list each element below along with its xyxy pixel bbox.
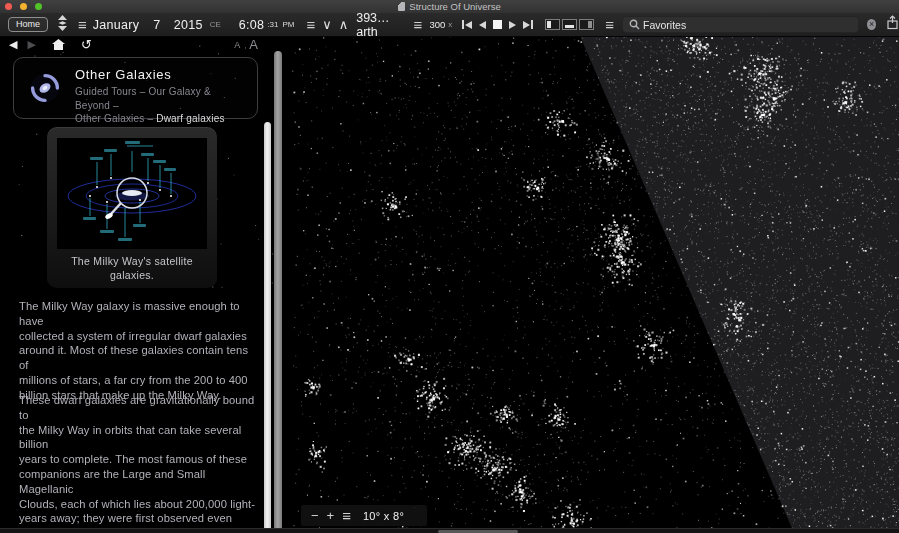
horizontal-scrollbar-track[interactable] [0,528,899,533]
topic-header-card: Other Galaxies Guided Tours – Our Galaxy… [13,57,258,119]
text-scrollbar[interactable] [264,122,271,533]
stop-button[interactable] [493,20,502,29]
time-field[interactable]: 6:08 [239,18,265,32]
fov-value: 10° x 8° [363,510,404,522]
zoom-out-button[interactable]: − [311,509,319,522]
elevation-down-icon[interactable]: ∨ [322,17,332,32]
playback-controls [462,20,533,29]
window-title: Structure Of Universe [409,1,500,12]
figure-card[interactable]: The Milky Way's satellite galaxies. [47,127,217,288]
skyguide-panel: ◀ ▶ ↺ A A Other Galaxies [0,36,288,528]
toolbar: Home ≡ January 7 2015 CE 6:08 :31 PM ≡ ∨… [0,13,899,37]
body-paragraph-1: The Milky Way galaxy is massive enough t… [19,299,259,403]
time-rate-unit: x [448,20,452,29]
step-back-button[interactable] [479,21,486,29]
galaxy-icon [30,73,60,107]
location-menu-icon[interactable]: ≡ [306,17,315,32]
undo-icon[interactable]: ↺ [81,38,92,51]
date-day-field[interactable]: 7 [153,18,160,32]
panel-scrollbar[interactable] [274,51,282,533]
skyguide-nav-bar: ◀ ▶ ↺ A A [0,36,288,53]
decrease-font-button[interactable]: A [234,40,240,50]
back-icon[interactable]: ◀ [9,39,17,50]
search-scope-label: Favorites [643,19,686,31]
left-panel-toggle-icon[interactable] [545,19,560,30]
time-rate-value[interactable]: 300 [429,19,445,30]
bottom-panel-toggle-icon[interactable] [562,19,577,30]
time-seconds: :31 [267,20,278,29]
skip-forward-button[interactable] [523,20,533,29]
viewing-location-field[interactable]: 393…arth [356,11,400,39]
titlebar: Structure Of Universe [0,0,899,14]
date-menu-icon[interactable]: ≡ [78,17,87,32]
clear-search-icon[interactable]: × [867,19,876,30]
right-panel-toggle-icon[interactable] [579,19,594,30]
play-button[interactable] [509,21,516,29]
panel-layout-toggles [545,19,594,30]
zoom-in-button[interactable]: + [327,509,335,522]
rate-menu-icon[interactable]: ≡ [414,17,423,32]
home-button[interactable]: Home [8,17,48,32]
figure-caption: The Milky Way's satellite galaxies. [47,255,217,282]
forward-icon[interactable]: ▶ [27,39,35,50]
time-flow-icon[interactable] [57,15,68,35]
search-icon [629,16,640,34]
satellite-galaxies-diagram [57,138,207,249]
elevation-up-icon[interactable]: ∧ [339,17,349,32]
home-icon[interactable] [52,36,65,54]
date-month-field[interactable]: January [93,18,140,32]
date-era-label: CE [210,20,221,29]
date-year-field[interactable]: 2015 [174,18,203,32]
fov-control-bar: − + ≡ 10° x 8° [301,505,427,526]
topic-title: Other Galaxies [75,67,172,82]
share-icon[interactable] [886,15,899,34]
body-paragraph-2: These dwarf galaxies are gravitationally… [19,393,259,533]
breadcrumb: Guided Tours – Our Galaxy & Beyond – Oth… [75,85,247,126]
search-menu-icon[interactable]: ≡ [605,17,614,32]
app-window: Structure Of Universe Home ≡ January 7 2… [0,0,899,533]
fov-menu-icon[interactable]: ≡ [342,508,351,523]
search-input[interactable]: Favorites [622,16,859,33]
breadcrumb-current: Dwarf galaxies [156,113,224,124]
skip-back-button[interactable] [462,20,472,29]
increase-font-button[interactable]: A [249,37,258,52]
window-title-area: Structure Of Universe [0,0,899,13]
time-meridiem: PM [282,20,294,29]
